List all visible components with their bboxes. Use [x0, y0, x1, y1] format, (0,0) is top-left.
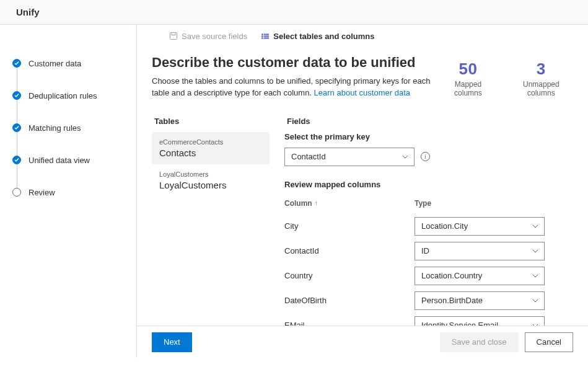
- step-unified-data-view[interactable]: Unified data view: [12, 144, 136, 176]
- wizard-steps-sidebar: Customer data Deduplication rules Matchi…: [0, 25, 136, 358]
- select-value: Location.Country: [421, 271, 482, 280]
- save-icon: [169, 32, 178, 40]
- svg-rect-4: [261, 36, 263, 37]
- step-label: Deduplication rules: [29, 91, 97, 100]
- table-name: Contacts: [159, 148, 262, 158]
- chevron-down-icon: [532, 247, 539, 257]
- primary-key-label: Select the primary key: [284, 132, 573, 141]
- svg-rect-7: [264, 38, 269, 39]
- tab-save-source-fields: Save source fields: [168, 29, 248, 43]
- tab-label: Select tables and columns: [273, 32, 374, 41]
- review-title: Review mapped columns: [284, 180, 573, 189]
- fields-header: Fields: [284, 113, 573, 132]
- page-title: Describe the customer data to be unified: [152, 55, 441, 71]
- primary-key-select[interactable]: ContactId: [284, 148, 415, 166]
- stat-value: 3: [509, 60, 573, 79]
- chevron-down-icon: [402, 153, 409, 162]
- tab-label: Save source fields: [182, 32, 247, 41]
- column-header-type[interactable]: Type: [415, 199, 545, 208]
- stat-value: 50: [441, 60, 495, 79]
- type-select[interactable]: ID: [415, 242, 545, 260]
- app-title: Unify: [16, 7, 40, 17]
- mapped-row: ContactId ID: [284, 239, 573, 264]
- svg-rect-3: [264, 34, 269, 35]
- table-name: LoyalCustomers: [159, 180, 262, 190]
- step-matching-rules[interactable]: Matching rules: [12, 112, 136, 144]
- column-name: DateOfBirth: [284, 296, 415, 305]
- table-item-contacts[interactable]: eCommerceContacts Contacts: [152, 132, 270, 164]
- cancel-button[interactable]: Cancel: [525, 332, 573, 352]
- chevron-down-icon: [532, 297, 539, 306]
- svg-rect-0: [170, 33, 177, 40]
- mapped-row: Country Location.Country: [284, 264, 573, 288]
- chevron-down-icon: [532, 272, 539, 281]
- type-select[interactable]: Location.City: [415, 217, 545, 236]
- step-label: Unified data view: [29, 156, 90, 165]
- checkmark-icon: [12, 91, 21, 100]
- column-name: Country: [284, 271, 415, 280]
- table-source: LoyalCustomers: [159, 171, 262, 178]
- step-label: Matching rules: [29, 123, 81, 133]
- stat-label: Unmapped columns: [509, 80, 573, 97]
- select-value: Identity.Service.Email: [421, 321, 498, 326]
- type-select[interactable]: Person.BirthDate: [415, 291, 545, 310]
- info-icon: i: [421, 152, 430, 161]
- svg-rect-1: [172, 33, 175, 35]
- stat-mapped-columns: 50 Mapped columns: [441, 60, 495, 97]
- checkmark-icon: [12, 59, 21, 68]
- step-label: Customer data: [29, 59, 81, 68]
- step-review[interactable]: Review: [12, 176, 136, 208]
- chevron-down-icon: [532, 322, 539, 326]
- next-button[interactable]: Next: [152, 332, 192, 352]
- select-value: ContactId: [291, 152, 326, 161]
- table-icon: [261, 32, 270, 40]
- type-select[interactable]: Location.Country: [415, 267, 545, 285]
- checkmark-icon: [12, 123, 21, 132]
- column-header-column[interactable]: Column ↑: [284, 199, 415, 208]
- content-area[interactable]: Describe the customer data to be unified…: [137, 47, 588, 326]
- select-value: ID: [421, 246, 429, 255]
- stat-label: Mapped columns: [441, 80, 495, 97]
- learn-link[interactable]: Learn about customer data: [314, 88, 410, 97]
- step-label: Review: [29, 188, 55, 197]
- sort-ascending-icon: ↑: [315, 200, 318, 206]
- page-description: Choose the tables and columns to be unif…: [152, 76, 441, 99]
- chevron-down-icon: [532, 223, 539, 232]
- select-value: Person.BirthDate: [421, 296, 483, 305]
- circle-icon: [12, 188, 21, 197]
- stat-unmapped-columns: 3 Unmapped columns: [509, 60, 573, 97]
- tab-select-tables-columns[interactable]: Select tables and columns: [260, 29, 375, 43]
- column-name: ContactId: [284, 246, 415, 255]
- svg-rect-6: [261, 38, 263, 39]
- checkmark-icon: [12, 156, 21, 164]
- svg-rect-2: [261, 34, 263, 35]
- table-source: eCommerceContacts: [159, 138, 262, 146]
- column-name: City: [284, 221, 415, 231]
- save-and-close-button: Save and close: [440, 332, 519, 352]
- step-customer-data[interactable]: Customer data: [12, 47, 136, 79]
- column-name: EMail: [284, 321, 415, 326]
- mapped-row: City Location.City: [284, 214, 573, 239]
- svg-rect-5: [264, 36, 269, 37]
- wizard-footer: Next Save and close Cancel: [137, 326, 588, 358]
- step-deduplication-rules[interactable]: Deduplication rules: [12, 79, 136, 112]
- select-value: Location.City: [421, 221, 468, 231]
- mapped-row: DateOfBirth Person.BirthDate: [284, 288, 573, 313]
- table-item-loyalcustomers[interactable]: LoyalCustomers LoyalCustomers: [152, 164, 270, 197]
- type-select[interactable]: Identity.Service.Email: [415, 316, 545, 326]
- tables-header: Tables: [152, 113, 270, 132]
- mapped-row: EMail Identity.Service.Email: [284, 313, 573, 326]
- app-header: Unify: [0, 0, 588, 25]
- tool-tabs: Save source fields Select tables and col…: [137, 25, 588, 47]
